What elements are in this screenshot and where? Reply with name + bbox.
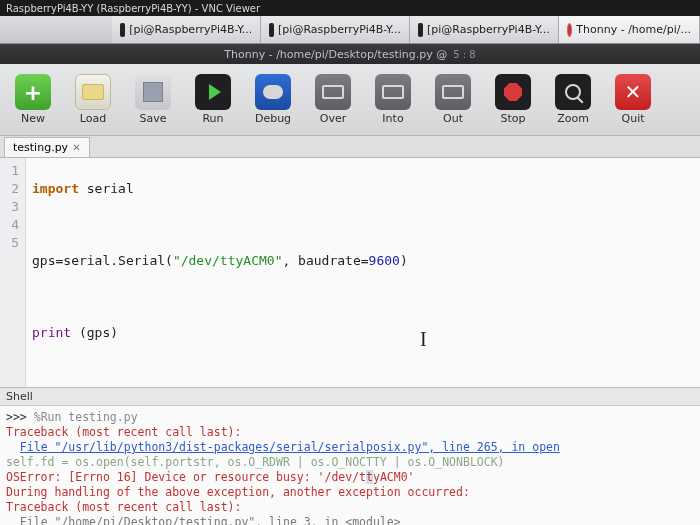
out-label: Out (443, 112, 463, 125)
step-into-button[interactable]: Into (370, 74, 416, 125)
step-out-icon (435, 74, 471, 110)
taskbar: [pi@RaspberryPi4B-Y... [pi@RaspberryPi4B… (0, 16, 700, 44)
shell-header-label: Shell (6, 390, 33, 403)
code-builtin: print (32, 325, 71, 340)
line-number: 2 (0, 180, 19, 198)
line-number: 3 (0, 198, 19, 216)
code-text: gps (32, 253, 55, 268)
debug-label: Debug (255, 112, 291, 125)
editor-tabs: testing.py ✕ (0, 136, 700, 158)
close-tab-icon[interactable]: ✕ (72, 142, 80, 153)
quit-icon: ✕ (615, 74, 651, 110)
into-label: Into (382, 112, 403, 125)
terminal-icon (120, 23, 125, 37)
code-text: serial (79, 181, 134, 196)
shell-traceback: Traceback (most recent call last): (6, 500, 694, 515)
line-number: 5 (0, 234, 19, 252)
over-label: Over (320, 112, 346, 125)
quit-label: Quit (622, 112, 645, 125)
shell-selection: t (366, 470, 373, 484)
line-number-gutter: 1 2 3 4 5 (0, 158, 26, 387)
step-over-icon (315, 74, 351, 110)
shell-file-link[interactable]: File "/usr/lib/python3/dist-packages/ser… (20, 440, 560, 454)
code-text: =serial.Serial( (55, 253, 172, 268)
line-number: 1 (0, 162, 19, 180)
taskbar-launcher-area[interactable] (0, 16, 112, 43)
text-caret: I (420, 328, 421, 344)
shell-error: yACM0' (373, 470, 415, 484)
load-button[interactable]: Load (70, 74, 116, 125)
thonny-title-bar: Thonny - /home/pi/Desktop/testing.py @ 5… (0, 44, 700, 64)
load-label: Load (80, 112, 106, 125)
taskbar-label: [pi@RaspberryPi4B-Y... (278, 23, 401, 36)
taskbar-item-terminal-2[interactable]: [pi@RaspberryPi4B-Y... (261, 16, 410, 43)
taskbar-label: Thonny - /home/pi/... (576, 23, 691, 36)
shell-output[interactable]: >>> %Run testing.py Traceback (most rece… (0, 406, 700, 525)
debug-button[interactable]: Debug (250, 74, 296, 125)
line-number: 4 (0, 216, 19, 234)
shell-code-line: self.fd = os.open(self.portstr, os.O_RDW… (6, 455, 694, 470)
save-icon (135, 74, 171, 110)
code-keyword: import (32, 181, 79, 196)
step-over-button[interactable]: Over (310, 74, 356, 125)
taskbar-item-terminal-3[interactable]: [pi@RaspberryPi4B-Y... (410, 16, 559, 43)
editor-tab-testing[interactable]: testing.py ✕ (4, 137, 90, 157)
terminal-icon (418, 23, 423, 37)
step-into-icon (375, 74, 411, 110)
stop-icon (495, 74, 531, 110)
shell-during: During handling of the above exception, … (6, 485, 694, 500)
shell-traceback: Traceback (most recent call last): (6, 425, 694, 440)
zoom-label: Zoom (557, 112, 589, 125)
new-icon: + (15, 74, 51, 110)
code-number: 9600 (369, 253, 400, 268)
code-string: "/dev/ttyACM0" (173, 253, 283, 268)
save-label: Save (139, 112, 166, 125)
thonny-icon (567, 23, 572, 37)
quit-button[interactable]: ✕ Quit (610, 74, 656, 125)
code-text: , baudrate= (282, 253, 368, 268)
taskbar-item-terminal-1[interactable]: [pi@RaspberryPi4B-Y... (112, 16, 261, 43)
save-button[interactable]: Save (130, 74, 176, 125)
shell-header: Shell (0, 388, 700, 406)
vnc-title-bar: RaspberryPi4B-YY (RaspberryPi4B-YY) - VN… (0, 0, 700, 16)
load-icon (75, 74, 111, 110)
code-text: (gps) (71, 325, 118, 340)
step-out-button[interactable]: Out (430, 74, 476, 125)
run-button[interactable]: Run (190, 74, 236, 125)
vnc-title-text: RaspberryPi4B-YY (RaspberryPi4B-YY) - VN… (6, 3, 260, 14)
thonny-title-text: Thonny - /home/pi/Desktop/testing.py @ (224, 48, 447, 61)
run-label: Run (202, 112, 223, 125)
shell-prompt: >>> (6, 410, 34, 424)
shell-error: OSError: [Errno 16] Device or resource b… (6, 470, 366, 484)
zoom-button[interactable]: Zoom (550, 74, 596, 125)
taskbar-label: [pi@RaspberryPi4B-Y... (427, 23, 550, 36)
stop-label: Stop (500, 112, 525, 125)
stop-button[interactable]: Stop (490, 74, 536, 125)
new-label: New (21, 112, 45, 125)
taskbar-label: [pi@RaspberryPi4B-Y... (129, 23, 252, 36)
cursor-position: 5 : 8 (453, 49, 475, 60)
zoom-icon (555, 74, 591, 110)
taskbar-item-thonny[interactable]: Thonny - /home/pi/... (559, 16, 700, 43)
debug-icon (255, 74, 291, 110)
new-button[interactable]: + New (10, 74, 56, 125)
shell-run-cmd: %Run testing.py (34, 410, 138, 424)
editor-tab-label: testing.py (13, 141, 68, 154)
shell-file-link[interactable]: File "/home/pi/Desktop/testing.py", line… (20, 515, 401, 525)
code-editor[interactable]: 1 2 3 4 5 import serial gps=serial.Seria… (0, 158, 700, 388)
thonny-toolbar: + New Load Save Run Debug Over Into (0, 64, 700, 136)
code-content[interactable]: import serial gps=serial.Serial("/dev/tt… (26, 158, 414, 387)
code-text: ) (400, 253, 408, 268)
terminal-icon (269, 23, 274, 37)
run-icon (195, 74, 231, 110)
